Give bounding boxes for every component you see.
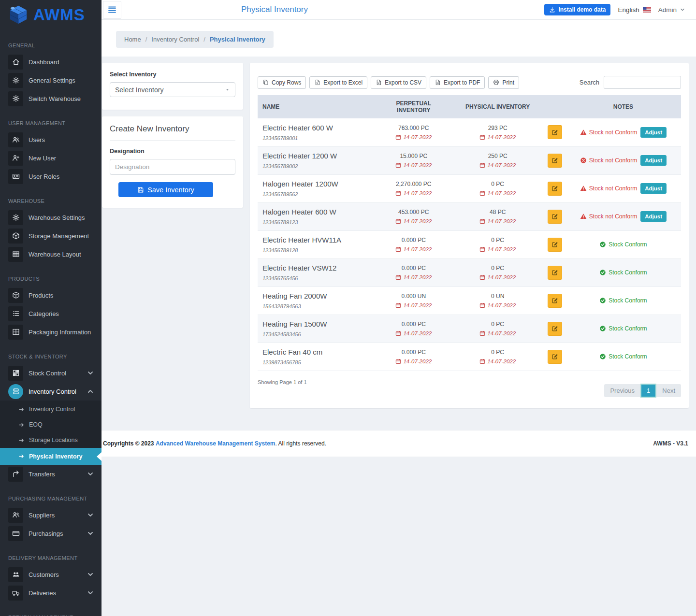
user-menu[interactable]: Admin bbox=[658, 6, 685, 14]
product-name: Halogen Heater 600 W bbox=[262, 208, 373, 216]
sidebar-item-dashboard[interactable]: Dashboard bbox=[0, 53, 102, 71]
footer: Copyrights © 2023 Advanced Warehouse Man… bbox=[102, 430, 696, 457]
search-label: Search bbox=[580, 79, 599, 86]
sidebar-item-users[interactable]: Users bbox=[0, 130, 102, 149]
language-selector[interactable]: English bbox=[618, 6, 651, 14]
sidebar-item-warehouse-layout[interactable]: Warehouse Layout bbox=[0, 245, 102, 263]
copy-rows-button[interactable]: Copy Rows bbox=[258, 76, 306, 89]
calendar-icon bbox=[395, 218, 401, 224]
edit-button[interactable] bbox=[548, 294, 562, 308]
breadcrumb-inventory-control[interactable]: Inventory Control bbox=[151, 36, 199, 43]
physical-qty: 0 PC bbox=[454, 237, 541, 244]
file-excel-icon bbox=[314, 79, 320, 86]
product-code: 123456789001 bbox=[262, 135, 373, 141]
home-icon bbox=[8, 55, 23, 70]
table-row: Electric Heater 600 W 123456789001 763.0… bbox=[258, 118, 681, 146]
sidebar-item-switch-warehouse[interactable]: Switch Warehouse bbox=[0, 89, 102, 108]
check-circle-icon bbox=[599, 241, 606, 248]
adjust-button[interactable]: Adjust bbox=[640, 183, 667, 194]
export-excel-button[interactable]: Export to Excel bbox=[309, 76, 367, 89]
adjust-button[interactable]: Adjust bbox=[640, 127, 667, 138]
divider bbox=[110, 140, 235, 141]
export-csv-button[interactable]: Export to CSV bbox=[371, 76, 426, 89]
calendar-icon bbox=[479, 330, 485, 336]
warning-triangle-icon bbox=[580, 185, 587, 192]
sidebar-item-customers[interactable]: Customers bbox=[0, 565, 102, 584]
edit-button[interactable] bbox=[548, 322, 562, 336]
sidebar-item-suppliers[interactable]: Suppliers bbox=[0, 506, 102, 524]
table-toolbar: Copy Rows Export to Excel Export to CSV … bbox=[258, 76, 681, 89]
times-circle-icon bbox=[580, 157, 587, 164]
select-inventory-dropdown[interactable]: Select Inventory bbox=[110, 82, 235, 97]
print-button[interactable]: Print bbox=[488, 76, 519, 89]
edit-button[interactable] bbox=[548, 154, 562, 168]
sidebar-item-warehouse-settings[interactable]: Warehouse Settings bbox=[0, 208, 102, 227]
table-row: Electric Fan 40 cm 1239873456785 0.000 P… bbox=[258, 343, 681, 371]
save-inventory-button[interactable]: Save Inventory bbox=[118, 182, 213, 197]
table-row: Heating Fan 1500W 1734524583456 0.000 PC… bbox=[258, 315, 681, 343]
perpetual-qty: 763.000 PC bbox=[379, 125, 448, 131]
sidebar-item-products[interactable]: Products bbox=[0, 286, 102, 304]
calendar-icon bbox=[479, 246, 485, 252]
sidebar-item-packaging-information[interactable]: Packaging Information bbox=[0, 323, 102, 341]
squares-icon bbox=[8, 366, 23, 381]
physical-qty: 0 PC bbox=[454, 349, 541, 356]
physical-date: 14-07-2022 bbox=[454, 134, 541, 140]
topbar: Physical Inventory Install demo data Eng… bbox=[102, 0, 696, 20]
edit-button[interactable] bbox=[548, 182, 562, 196]
create-inventory-panel: Create New Inventory Designation Save In… bbox=[102, 116, 243, 208]
calendar-icon bbox=[395, 302, 401, 308]
breadcrumb: Home / Inventory Control / Physical Inve… bbox=[116, 31, 274, 48]
sidebar-item-new-user[interactable]: New User bbox=[0, 149, 102, 167]
adjust-button[interactable]: Adjust bbox=[640, 155, 667, 166]
submenu-item-storage-locations[interactable]: Storage Locations bbox=[0, 432, 102, 448]
select-inventory-label: Select Inventory bbox=[110, 71, 235, 78]
edit-button[interactable] bbox=[548, 210, 562, 224]
search-input[interactable] bbox=[604, 76, 681, 89]
sidebar-item-general-settings[interactable]: General Settings bbox=[0, 71, 102, 89]
edit-button[interactable] bbox=[548, 350, 562, 364]
edit-icon bbox=[551, 325, 558, 332]
product-name: Electric Heater 1200 W bbox=[262, 152, 373, 160]
sidebar-item-deliveries[interactable]: Deliveries bbox=[0, 584, 102, 602]
physical-qty: 293 PC bbox=[454, 125, 541, 131]
chevron-down-icon bbox=[87, 589, 94, 597]
sidebar-item-categories[interactable]: Categories bbox=[0, 304, 102, 323]
footer-link[interactable]: Advanced Warehouse Management System bbox=[156, 440, 276, 447]
adjust-button[interactable]: Adjust bbox=[640, 211, 667, 222]
breadcrumb-current: Physical Inventory bbox=[210, 36, 265, 43]
submenu-item-inventory-control[interactable]: Inventory Control bbox=[0, 401, 102, 417]
credit-card-icon bbox=[8, 526, 23, 541]
product-name: Halogen Heater 1200W bbox=[262, 180, 373, 188]
sidebar-item-inventory-control[interactable]: Inventory Control bbox=[0, 382, 102, 401]
pagination-page-1[interactable]: 1 bbox=[640, 384, 656, 398]
brand-logo[interactable]: AWMS bbox=[0, 0, 102, 30]
section-label-warehouse: WAREHOUSE bbox=[8, 198, 93, 204]
pagination-next[interactable]: Next bbox=[656, 384, 681, 397]
submenu-item-eoq[interactable]: EOQ bbox=[0, 417, 102, 432]
edit-button[interactable] bbox=[548, 266, 562, 280]
chevron-down-icon bbox=[87, 530, 94, 537]
id-card-icon bbox=[8, 169, 23, 184]
edit-button[interactable] bbox=[548, 125, 562, 139]
column-header-physical: PHYSICAL INVENTORY bbox=[451, 95, 544, 118]
export-pdf-button[interactable]: Export to PDF bbox=[430, 76, 485, 89]
install-demo-data-button[interactable]: Install demo data bbox=[544, 4, 610, 15]
sidebar-item-stock-control[interactable]: Stock Control bbox=[0, 364, 102, 382]
pagination-previous[interactable]: Previous bbox=[604, 384, 640, 397]
sidebar-item-user-roles[interactable]: User Roles bbox=[0, 167, 102, 186]
stack-icon bbox=[8, 384, 23, 399]
sidebar-item-purchasings[interactable]: Purchasings bbox=[0, 524, 102, 543]
sidebar-item-transfers[interactable]: Transfers bbox=[0, 465, 102, 483]
perpetual-qty: 2,270.000 PC bbox=[379, 181, 448, 187]
status-badge: Stock Conform bbox=[599, 353, 647, 360]
edit-button[interactable] bbox=[548, 238, 562, 252]
users-icon bbox=[8, 132, 23, 147]
submenu-item-physical-inventory[interactable]: Physical Inventory bbox=[0, 448, 102, 465]
edit-icon bbox=[551, 157, 558, 164]
sidebar-toggle-button[interactable] bbox=[103, 1, 121, 19]
sidebar-item-storage-management[interactable]: Storage Management bbox=[0, 227, 102, 245]
designation-field[interactable] bbox=[110, 159, 235, 175]
breadcrumb-home[interactable]: Home bbox=[124, 36, 141, 43]
layout-grid-icon bbox=[8, 247, 23, 262]
